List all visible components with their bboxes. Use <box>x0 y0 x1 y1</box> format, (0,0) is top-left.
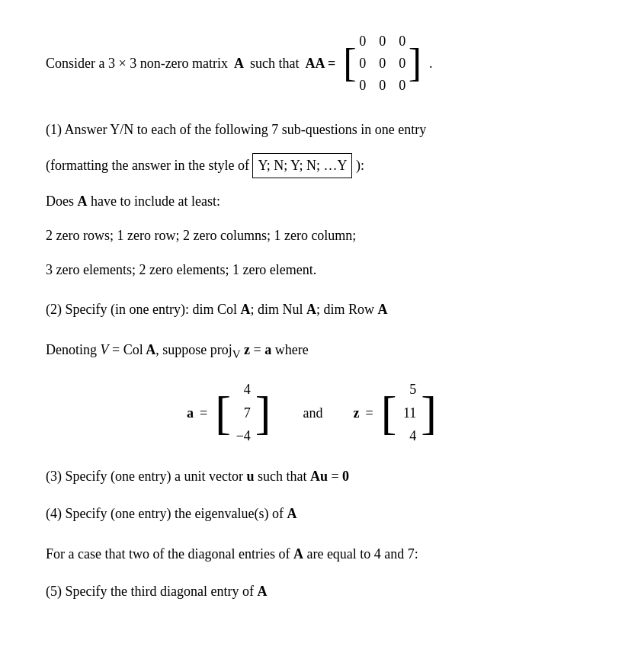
z-vector-expr: z = [ 5 11 4 ] <box>354 377 438 449</box>
part1-line1: (1) Answer Y/N to each of the following … <box>46 119 579 141</box>
a-equals: = <box>200 402 207 424</box>
intro-text-before: Consider a 3 × 3 non-zero matrix <box>46 53 228 75</box>
part1-does-line: Does A have to include at least: <box>46 190 579 213</box>
vectors-display: a = [ 4 7 −4 ] and z = [ <box>46 377 579 449</box>
matrix-row-2: 0 0 0 <box>358 53 407 75</box>
z-cell-2: 4 <box>401 425 416 447</box>
a-cell-1: 7 <box>236 402 251 424</box>
part1-does-text: Does <box>46 194 78 209</box>
part1-format-after: ): <box>356 158 364 173</box>
cell-1-1: 0 <box>378 53 387 75</box>
for-case-text: For a case that two of the diagonal entr… <box>46 546 418 562</box>
intro-equation: AA = <box>306 53 336 75</box>
denoting-section: Denoting V = Col A, suppose projV z = a … <box>46 339 579 449</box>
z-equals: = <box>366 402 373 424</box>
cell-0-1: 0 <box>378 30 387 53</box>
part5-line: (5) Specify the third diagonal entry of … <box>46 581 579 603</box>
part1-label: (1) Answer Y/N to each of the following … <box>46 122 426 137</box>
matrix-left-bracket: [ <box>343 43 356 83</box>
a-right-bracket: ] <box>255 393 271 434</box>
part2-A2: A <box>306 302 316 317</box>
a-cell-2: −4 <box>236 425 251 447</box>
a-cells: 4 7 −4 <box>232 377 254 449</box>
part1-A-var: A <box>78 194 88 209</box>
z-cells: 5 11 4 <box>398 377 419 449</box>
part2-sep1: ; dim Nul <box>250 302 306 317</box>
part2-A1: A <box>240 302 250 317</box>
part1-items1: 2 zero rows; 1 zero row; 2 zero columns;… <box>46 228 356 243</box>
z-left-bracket: [ <box>381 393 397 434</box>
zero-matrix: [ 0 0 0 0 0 0 0 0 0 <box>341 30 423 96</box>
cell-0-2: 0 <box>398 30 407 53</box>
intro-block: Consider a 3 × 3 non-zero matrix A such … <box>46 30 579 96</box>
z-vector: [ 5 11 4 ] <box>380 377 438 449</box>
part1-boxed-example: Y; N; Y; N; …Y <box>252 153 352 178</box>
matrix-right-bracket: ] <box>409 43 421 83</box>
part2-A3: A <box>377 302 387 317</box>
cell-2-0: 0 <box>358 75 367 97</box>
part4-section: (4) Specify (one entry) the eigenvalue(s… <box>46 503 579 525</box>
part5-section: (5) Specify the third diagonal entry of … <box>46 581 579 603</box>
z-cell-1: 11 <box>401 402 416 424</box>
part1-items-line1: 2 zero rows; 1 zero row; 2 zero columns;… <box>46 225 579 247</box>
part4-text: (4) Specify (one entry) the eigenvalue(s… <box>46 506 296 521</box>
intro-text-middle: such that <box>250 53 300 75</box>
for-case-line: For a case that two of the diagonal entr… <box>46 543 579 565</box>
denoting-text2: , suppose projV z = a where <box>155 342 308 357</box>
a-label: a <box>187 402 194 424</box>
part1-line2: (formatting the answer in the style of Y… <box>46 153 579 178</box>
part1-section: (1) Answer Y/N to each of the following … <box>46 119 579 280</box>
intro-matrix-var: A <box>234 53 244 75</box>
main-content: Consider a 3 × 3 non-zero matrix A such … <box>46 30 579 602</box>
part4-line: (4) Specify (one entry) the eigenvalue(s… <box>46 503 579 525</box>
part1-items2: 3 zero elements; 2 zero elements; 1 zero… <box>46 262 316 277</box>
denoting-text1: Denoting V = Col <box>46 342 143 357</box>
cell-1-2: 0 <box>398 53 407 75</box>
matrix-row-3: 0 0 0 <box>358 75 407 97</box>
part1-format-before: (formatting the answer in the style of <box>46 158 252 173</box>
part2-sep2: ; dim Row <box>316 302 378 317</box>
part2-section: (2) Specify (in one entry): dim Col A; d… <box>46 299 579 321</box>
cell-0-0: 0 <box>358 30 367 53</box>
part5-text: (5) Specify the third diagonal entry of … <box>46 584 267 599</box>
for-case-section: For a case that two of the diagonal entr… <box>46 543 579 565</box>
cell-2-2: 0 <box>398 75 407 97</box>
a-vector-expr: a = [ 4 7 −4 ] <box>187 377 272 449</box>
intro-period: . <box>429 53 433 75</box>
part3-text: (3) Specify (one entry) a unit vector u … <box>46 469 349 484</box>
denoting-A: A <box>143 342 156 357</box>
a-left-bracket: [ <box>215 393 231 434</box>
and-text: and <box>303 402 323 424</box>
denoting-line: Denoting V = Col A, suppose projV z = a … <box>46 339 579 363</box>
part3-line: (3) Specify (one entry) a unit vector u … <box>46 466 579 488</box>
matrix-row-1: 0 0 0 <box>358 30 407 53</box>
part2-label: (2) Specify (in one entry): dim Col <box>46 302 240 317</box>
part3-section: (3) Specify (one entry) a unit vector u … <box>46 466 579 488</box>
part1-have-text: have to include at least: <box>88 194 220 209</box>
a-cell-0: 4 <box>236 379 251 401</box>
z-label: z <box>354 402 360 424</box>
cell-2-1: 0 <box>378 75 387 97</box>
part2-line: (2) Specify (in one entry): dim Col A; d… <box>46 299 579 321</box>
matrix-cells: 0 0 0 0 0 0 0 0 0 <box>358 30 407 96</box>
z-right-bracket: ] <box>421 393 437 434</box>
z-cell-0: 5 <box>401 379 416 401</box>
cell-1-0: 0 <box>358 53 367 75</box>
part1-items-line2: 3 zero elements; 2 zero elements; 1 zero… <box>46 259 579 281</box>
a-vector: [ 4 7 −4 ] <box>213 377 272 449</box>
